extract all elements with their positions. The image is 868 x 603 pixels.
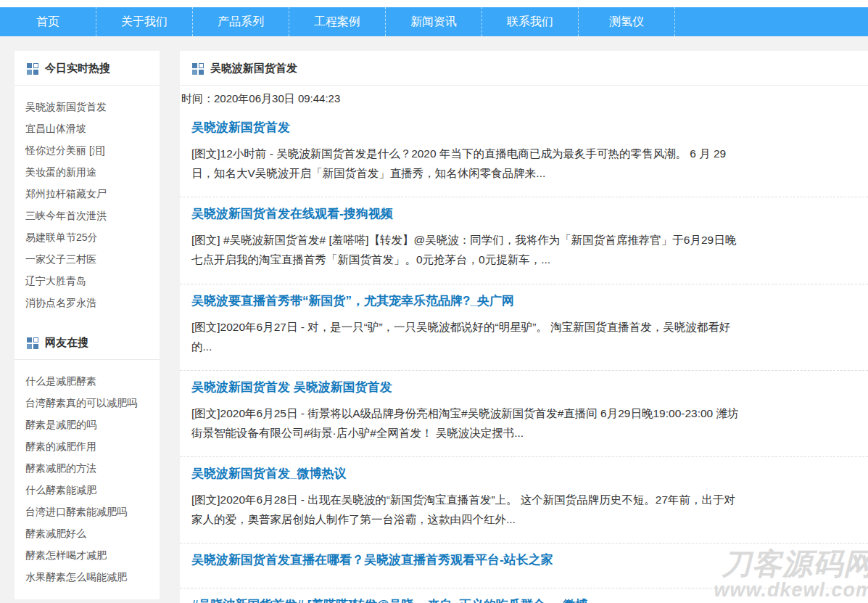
result-title-link[interactable]: 吴晓波新国货首发在线观看-搜狗视频 (191, 205, 393, 222)
result-snippet: [图文] #吴晓波新国货首发# [羞嗒嗒]【转发】@吴晓波：同学们，我将作为「新… (191, 230, 744, 269)
sidebar-section-title: 今日实时热搜 (45, 62, 110, 75)
netizen-search-item[interactable]: 酵素减肥好么 (15, 522, 160, 544)
main-nav: 首页 关于我们 产品系列 工程案例 新闻资讯 联系我们 测氢仪 (0, 7, 868, 36)
result-title-link[interactable]: #吴晓波新国货首发# [羞嗒嗒]转发@吴晓... 来自_正义的吃瓜群众_ - 微… (191, 596, 587, 603)
hot-search-item[interactable]: 消协点名罗永浩 (15, 292, 160, 313)
sidebar-section-header-netizen-search: 网友在搜 (15, 325, 160, 360)
hot-search-item[interactable]: 宜昌山体滑坡 (15, 118, 160, 139)
search-result: 吴晓波新国货首发直播在哪看？吴晓波直播首秀观看平台-站长之家 (180, 543, 868, 588)
result-title-link[interactable]: 吴晓波新国货首发 吴晓波新国货首发 (191, 379, 392, 395)
result-title-link[interactable]: 吴晓波新国货首发直播在哪看？吴晓波直播首秀观看平台-站长之家 (191, 551, 553, 568)
sidebar-section-title: 网友在搜 (45, 336, 88, 350)
netizen-search-item[interactable]: 台湾进口酵素能减肥吗 (15, 501, 160, 522)
sidebar-section-header-hot-search: 今日实时热搜 (15, 51, 160, 86)
netizen-search-item[interactable]: 什么是减肥酵素 (15, 370, 160, 392)
nav-item-hydrogen-meter[interactable]: 测氢仪 (579, 7, 675, 36)
result-title-link[interactable]: 吴晓波新国货首发 (191, 119, 290, 136)
top-white-strip (0, 0, 868, 7)
netizen-search-item[interactable]: 酵素减肥的方法 (15, 457, 160, 479)
result-snippet: [图文]2020年6月27日 - 对，是一只“驴”，一只吴晓波都说好的“明星驴”… (191, 317, 744, 356)
hot-search-item[interactable]: 易建联单节25分 (15, 226, 160, 248)
netizen-search-item[interactable]: 台湾酵素真的可以减肥吗 (15, 392, 160, 414)
result-snippet: [图文]12小时前 - 吴晓波新国货首发是什么？2020 年当下的直播电商已成为… (191, 144, 744, 183)
hot-search-item[interactable]: 吴晓波新国货首发 (15, 96, 160, 118)
search-result: #吴晓波新国货首发# [羞嗒嗒]转发@吴晓... 来自_正义的吃瓜群众_ - 微… (180, 588, 868, 603)
timestamp: 时间：2020年06月30日 09:44:23 (180, 86, 868, 111)
content-header: 吴晓波新国货首发 (180, 51, 868, 86)
sidebar-section-hot-search: 今日实时热搜 吴晓波新国货首发 宜昌山体滑坡 怪你过分美丽 [泪] 美妆蛋的新用… (15, 51, 160, 325)
nav-item-cases[interactable]: 工程案例 (289, 7, 386, 36)
netizen-search-item[interactable]: 酵素的减肥作用 (15, 435, 160, 457)
hot-search-item[interactable]: 辽宁大胜青岛 (15, 270, 160, 292)
nav-item-home[interactable]: 首页 (0, 7, 96, 36)
netizen-search-item[interactable]: 酵素是减肥的吗 (15, 414, 160, 435)
search-result: 吴晓波新国货首发 [图文]12小时前 - 吴晓波新国货首发是什么？2020 年当… (180, 111, 868, 197)
hot-search-item[interactable]: 一家父子三村医 (15, 248, 160, 270)
search-results: 吴晓波新国货首发 [图文]12小时前 - 吴晓波新国货首发是什么？2020 年当… (180, 111, 868, 603)
result-title-link[interactable]: 吴晓波要直播首秀带“新国货”，尤其宠幸乐范品牌?_央广网 (191, 292, 514, 309)
nav-item-news[interactable]: 新闻资讯 (386, 7, 482, 36)
main-content: 吴晓波新国货首发 时间：2020年06月30日 09:44:23 吴晓波新国货首… (180, 51, 868, 603)
netizen-search-item[interactable]: 水果酵素怎么喝能减肥 (15, 566, 160, 588)
nav-item-contact[interactable]: 联系我们 (482, 7, 579, 36)
nav-item-products[interactable]: 产品系列 (193, 7, 289, 36)
hot-search-item[interactable]: 美妆蛋的新用途 (15, 161, 160, 183)
sidebar: 今日实时热搜 吴晓波新国货首发 宜昌山体滑坡 怪你过分美丽 [泪] 美妆蛋的新用… (15, 51, 160, 599)
page-title: 吴晓波新国货首发 (210, 62, 297, 75)
grid-icon (27, 337, 38, 349)
search-result: 吴晓波新国货首发 吴晓波新国货首发 [图文]2020年6月25日 - 街景将以A… (180, 371, 868, 457)
result-title-link[interactable]: 吴晓波新国货首发_微博热议 (191, 465, 346, 482)
netizen-search-list: 什么是减肥酵素 台湾酵素真的可以减肥吗 酵素是减肥的吗 酵素的减肥作用 酵素减肥… (15, 360, 160, 599)
search-result: 吴晓波要直播首秀带“新国货”，尤其宠幸乐范品牌?_央广网 [图文]2020年6月… (180, 284, 868, 371)
hot-search-list: 吴晓波新国货首发 宜昌山体滑坡 怪你过分美丽 [泪] 美妆蛋的新用途 郑州拉杆箱… (15, 86, 160, 325)
result-snippet: [图文]2020年6月28日 - 出现在吴晓波的“新国货淘宝直播首发”上。 这个… (191, 490, 744, 529)
hot-search-item[interactable]: 怪你过分美丽 [泪] (15, 139, 160, 161)
nav-item-about[interactable]: 关于我们 (96, 7, 193, 36)
search-result: 吴晓波新国货首发_微博热议 [图文]2020年6月28日 - 出现在吴晓波的“新… (180, 457, 868, 543)
hot-search-item[interactable]: 三峡今年首次泄洪 (15, 205, 160, 226)
grid-icon (192, 63, 204, 75)
search-result: 吴晓波新国货首发在线观看-搜狗视频 [图文] #吴晓波新国货首发# [羞嗒嗒]【… (180, 197, 868, 284)
hot-search-item[interactable]: 郑州拉杆箱藏女尸 (15, 183, 160, 205)
netizen-search-item[interactable]: 酵素怎样喝才减肥 (15, 544, 160, 566)
sidebar-section-netizen-search: 网友在搜 什么是减肥酵素 台湾酵素真的可以减肥吗 酵素是减肥的吗 酵素的减肥作用… (15, 325, 160, 599)
grid-icon (27, 63, 38, 75)
nav-filler (675, 7, 868, 36)
result-snippet: [图文]2020年6月25日 - 街景将以A级品牌身份亮相淘宝#吴晓波新国货首发… (191, 403, 744, 443)
netizen-search-item[interactable]: 什么酵素能减肥 (15, 479, 160, 501)
